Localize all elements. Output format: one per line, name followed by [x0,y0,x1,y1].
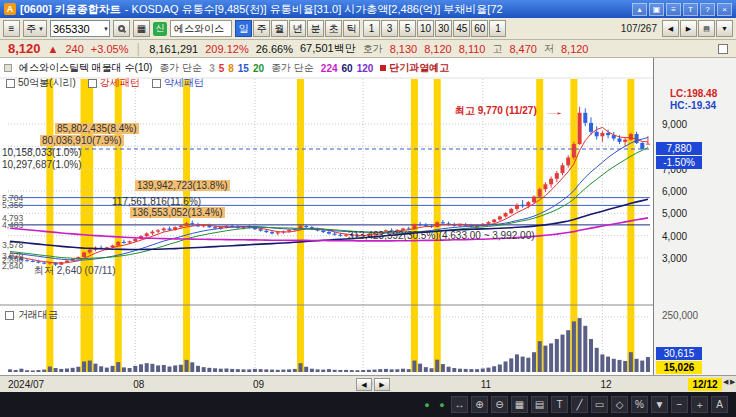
status-dot-1-icon[interactable]: ● [421,396,433,413]
scroll-left-icon[interactable]: ◀ [356,378,372,391]
overlay-check-2[interactable]: 약세패턴 [152,76,204,90]
tick-option-6[interactable]: 60 [471,20,488,37]
zoom-in-icon[interactable]: ⊕ [471,396,488,413]
y-axis-label: 9,000 [662,119,687,130]
font-larger-icon[interactable]: ＋ [691,396,708,413]
change-value: 240 [65,43,83,55]
tab-초[interactable]: 초 [325,20,342,37]
new-stock-badge: 신 [153,22,167,36]
current-price-badge: 7,880 [656,142,702,155]
code-dropdown-icon[interactable]: ▼ [103,26,109,32]
font-smaller-icon[interactable]: − [671,396,688,413]
trendline-tool-icon[interactable]: ╱ [571,396,588,413]
x-axis-label: 12 [600,379,611,390]
zoom-out-icon[interactable]: ⊖ [491,396,508,413]
window-title: [0600] 키움종합차트 [20,2,121,17]
turnover-rate: 26.66% [256,43,293,55]
tab-분[interactable]: 분 [307,20,324,37]
marker-tool-icon[interactable]: ◇ [611,396,628,413]
status-dot-2-icon[interactable]: ● [436,396,448,413]
box-tool-icon[interactable]: ▭ [591,396,608,413]
overlay-check-label: 50억봉(시리) [18,76,76,90]
page-right-icon[interactable]: ▶ [730,378,736,386]
percent-tool-icon[interactable]: % [631,396,648,413]
chart-type-icon[interactable]: ▦ [133,20,150,37]
close-icon[interactable]: × [717,3,732,16]
grid-toggle-icon[interactable]: ▦ [511,396,528,413]
help-icon[interactable]: ? [700,3,715,16]
tab-주[interactable]: 주 [253,20,270,37]
checkbox-icon [152,79,161,88]
price-axis: LC:198.48 HC:-19.34 9,0008,0007,0006,000… [653,58,736,375]
window-controls: ▴▣≡T?× [632,3,732,16]
title-bar[interactable]: A [0600] 키움종합차트 - KOSDAQ 유통수[9,485(천)] 유… [0,0,736,18]
last-date-badge: 12/12 [688,378,722,391]
y-axis-label: 3,000 [662,253,687,264]
alert-square-icon [380,65,386,71]
ask-price: 8,130 [390,43,418,55]
indicator-list-icon[interactable]: ▤ [531,396,548,413]
volume-axis-max: 250,000 [662,310,698,321]
scroll-controls: ◀▶ [356,378,390,391]
tick-option-4[interactable]: 30 [435,20,452,37]
more-dropdown-icon[interactable]: ▼ [716,20,733,37]
page-left-icon[interactable]: ◀ [723,378,729,386]
volume-sub-badge: 15,026 [656,361,702,374]
period-type-value: 주 [26,22,36,36]
series-label: 에스와이스틸텍 매물대 수(10) [19,61,152,75]
tick-option-2[interactable]: 5 [399,20,416,37]
auto-scale-icon[interactable]: A [711,396,728,413]
overlay-check-label: 약세패턴 [164,76,204,90]
overheat-alert: 단기과열예고 [380,61,449,75]
next-chart-icon[interactable]: ▶ [680,20,697,37]
high-annotation: 최고 9,770 (11/27) → [455,104,552,118]
chart-settings-dropdown-icon[interactable]: ▼ [651,396,668,413]
tab-일[interactable]: 일 [235,20,252,37]
tab-틱[interactable]: 틱 [343,20,360,37]
text-tool-icon[interactable]: T [551,396,568,413]
tick-option-5[interactable]: 45 [453,20,470,37]
always-on-top-icon[interactable]: T [683,3,698,16]
high-price: 8,470 [509,43,537,55]
ma-period-label: 20 [253,63,264,74]
separator: │ [135,43,142,55]
ma-period-label: 224 [321,63,338,74]
overlay-checks: 50억봉(시리)강세패턴약세패턴 [6,76,204,90]
pan-tool-icon[interactable]: ↔ [451,396,468,413]
app-icon: A [4,3,16,15]
tab-월[interactable]: 월 [271,20,288,37]
low-annotation: 최저 2,640 (07/11) [34,264,116,278]
x-axis-label: 2024/07 [8,379,44,390]
tick-option-0[interactable]: 1 [363,20,380,37]
search-icon[interactable] [113,20,130,37]
change-arrow-icon: ▲ [48,43,59,55]
menu-icon[interactable]: ≡ [666,3,681,16]
collapse-icon[interactable]: ▴ [632,3,647,16]
chart-toolbar: ≡ 주 ▼ ▼ ▦ 신 에스와이스 일주월년분초틱 135103045601 1… [0,18,736,40]
change-percent-badge: -1.50% [656,156,702,169]
overlay-check-1[interactable]: 강세패턴 [88,76,140,90]
volume-checkbox[interactable] [5,311,14,320]
tick-options: 135103045601 [363,20,507,37]
tab-년[interactable]: 년 [289,20,306,37]
lc-value: LC:198.48 [670,88,717,99]
overlay-check-0[interactable]: 50억봉(시리) [6,76,76,90]
tick-option-1[interactable]: 3 [381,20,398,37]
menu-icon[interactable]: ≡ [3,20,20,37]
y-axis-label: 4,000 [662,231,687,242]
layout-icon[interactable]: ▤ [698,20,715,37]
period-type-dropdown[interactable]: 주 ▼ [23,20,47,37]
date-axis[interactable]: 2024/070809101112 ◀▶ 12/12 ◀▶ [0,375,736,392]
pricebar-checkbox[interactable] [718,44,728,54]
stock-name: 에스와이스 [170,20,232,37]
chart-area: 에스와이스틸텍 매물대 수(10) 종가 단순 3581520 종가 단순 22… [0,58,736,375]
stock-code-input[interactable] [51,23,103,35]
x-axis-label: 09 [253,379,264,390]
tick-option-3[interactable]: 10 [417,20,434,37]
volume-value-badge: 30,615 [656,347,702,360]
restore-icon[interactable]: ▣ [649,3,664,16]
tick-option-7[interactable]: 1 [489,20,506,37]
prev-chart-icon[interactable]: ◀ [662,20,679,37]
scroll-right-icon[interactable]: ▶ [374,378,390,391]
hc-value: HC:-19.34 [670,100,716,111]
